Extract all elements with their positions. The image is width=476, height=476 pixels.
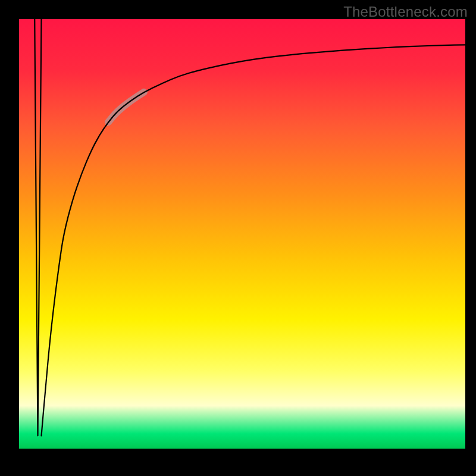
chart-container: [0, 0, 476, 476]
watermark: TheBottleneck.com: [343, 4, 468, 20]
chart-plot-area: [19, 19, 465, 449]
chart-svg: [0, 0, 476, 476]
